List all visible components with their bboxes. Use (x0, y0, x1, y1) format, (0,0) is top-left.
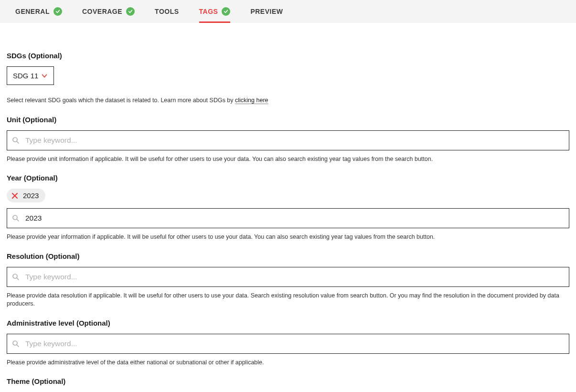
tab-coverage-label: COVERAGE (82, 8, 122, 15)
svg-line-7 (17, 278, 19, 280)
tabs-nav: GENERAL COVERAGE TOOLS TAGS PREVIEW (0, 0, 576, 23)
check-icon (222, 7, 230, 16)
check-icon (53, 7, 62, 16)
close-icon[interactable] (11, 192, 18, 199)
unit-helper: Please provide unit information if appli… (7, 155, 569, 164)
tab-preview-label: PREVIEW (250, 8, 283, 15)
year-helper: Please provide year information if appli… (7, 233, 569, 242)
theme-label: Theme (Optional) (7, 377, 569, 385)
tab-preview[interactable]: PREVIEW (250, 0, 283, 23)
year-label: Year (Optional) (7, 174, 569, 182)
tab-tools-label: TOOLS (155, 8, 179, 15)
check-icon (126, 7, 135, 16)
sdgs-label: SDGs (Optional) (7, 52, 569, 60)
svg-line-1 (17, 141, 19, 143)
year-input[interactable] (25, 214, 564, 222)
sdgs-helper: Select relevant SDG goals which the data… (7, 96, 569, 105)
unit-section: Unit (Optional) Please provide unit info… (7, 116, 569, 164)
form-container: SDGs (Optional) SDG 11 Select relevant S… (0, 23, 576, 392)
admin-label: Administrative level (Optional) (7, 319, 569, 327)
resolution-section: Resolution (Optional) Please provide dat… (7, 252, 569, 308)
tab-tools[interactable]: TOOLS (155, 0, 179, 23)
tab-tags-label: TAGS (199, 8, 218, 15)
sdgs-helper-prefix: Select relevant SDG goals which the data… (7, 97, 235, 104)
chevron-down-icon (41, 73, 48, 79)
unit-label: Unit (Optional) (7, 116, 569, 124)
unit-input[interactable] (25, 136, 564, 145)
svg-line-9 (17, 345, 19, 347)
tab-general-label: GENERAL (15, 8, 50, 15)
resolution-input[interactable] (25, 273, 564, 281)
admin-section: Administrative level (Optional) Please p… (7, 319, 569, 367)
admin-helper: Please provide administrative level of t… (7, 359, 569, 367)
admin-input-wrap[interactable] (7, 334, 569, 354)
year-section: Year (Optional) 2023 Please provide year… (7, 174, 569, 242)
resolution-label: Resolution (Optional) (7, 252, 569, 260)
tab-coverage[interactable]: COVERAGE (82, 0, 135, 23)
svg-line-5 (17, 219, 19, 221)
sdgs-selected-value: SDG 11 (13, 72, 38, 80)
tab-tags[interactable]: TAGS (199, 0, 231, 23)
theme-section: Theme (Optional) Please select any theme… (7, 377, 569, 392)
year-chip: 2023 (7, 189, 45, 202)
year-chip-label: 2023 (23, 191, 39, 200)
unit-input-wrap[interactable] (7, 130, 569, 150)
search-icon (12, 214, 20, 222)
search-icon (12, 340, 20, 348)
sdgs-select[interactable]: SDG 11 (7, 66, 54, 85)
resolution-input-wrap[interactable] (7, 267, 569, 287)
search-icon (12, 273, 20, 281)
admin-input[interactable] (25, 339, 564, 348)
year-input-wrap[interactable] (7, 208, 569, 228)
sdgs-section: SDGs (Optional) SDG 11 Select relevant S… (7, 52, 569, 105)
search-icon (12, 137, 20, 144)
tab-general[interactable]: GENERAL (15, 0, 62, 23)
sdgs-helper-link[interactable]: clicking here (235, 97, 268, 104)
resolution-helper: Please provide data resolution if applic… (7, 292, 569, 308)
year-chips: 2023 (7, 189, 569, 202)
